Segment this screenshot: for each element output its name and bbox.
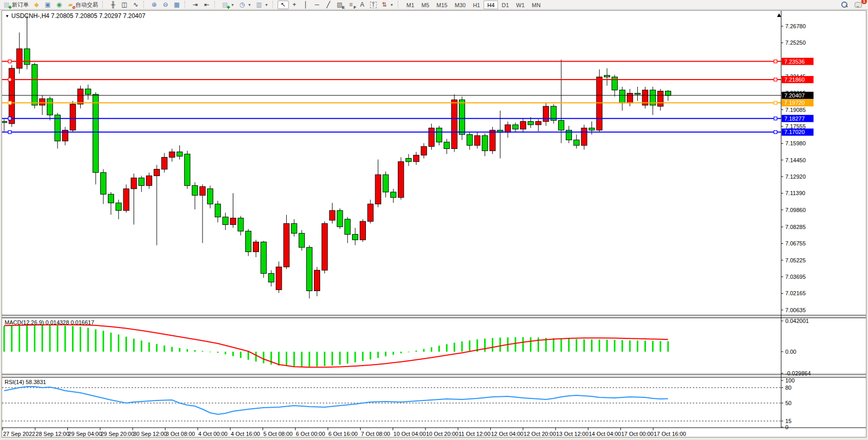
candle — [490, 127, 495, 154]
timeframe-m1-button[interactable]: M1 — [403, 1, 418, 9]
timeframe-d1-button[interactable]: D1 — [498, 1, 512, 9]
horizontal-level-line[interactable] — [2, 130, 781, 133]
line-handle — [774, 78, 777, 81]
indicators-button[interactable]: ▤✚▼ — [219, 1, 236, 9]
chart-autoscroll-icon: ⇤ — [203, 1, 210, 9]
vertical-line-button[interactable]: │ — [300, 1, 311, 9]
zoom-in-button[interactable]: ⊕ — [149, 1, 160, 9]
price-tick-label: 7.03695 — [785, 274, 806, 280]
macd-histogram-bar — [614, 340, 616, 352]
autotrading-button[interactable]: ▰⊘自动交易 — [65, 1, 100, 9]
svg-text:7.20407: 7.20407 — [784, 92, 805, 99]
macd-histogram-bar — [293, 352, 295, 367]
candle — [581, 125, 587, 150]
horizontal-level-line[interactable] — [2, 117, 781, 120]
periods-button[interactable]: ◷▼ — [236, 1, 253, 9]
candle — [223, 213, 228, 230]
candle — [161, 153, 167, 173]
macd-histogram-bar — [217, 352, 218, 353]
macd-histogram-bar — [423, 349, 424, 352]
macd-histogram-bar — [667, 341, 669, 352]
macd-histogram-bar — [118, 334, 119, 352]
templates-button[interactable]: ▥▼ — [253, 1, 270, 9]
candle — [314, 267, 320, 296]
macd-histogram-bar — [331, 352, 333, 366]
timeframe-m5-button[interactable]: M5 — [418, 1, 433, 9]
new-order-button[interactable]: ▤✚新订单 — [1, 1, 31, 9]
horizontal-level-line[interactable] — [2, 60, 781, 63]
price-tick-label: 7.25250 — [785, 40, 806, 46]
macd-label: MACD(12,26,9) 0.014328 0.016617 — [5, 319, 94, 326]
candle — [2, 119, 7, 131]
macd-histogram-bar — [87, 328, 89, 352]
vertical-line-icon: │ — [302, 1, 309, 9]
candle — [375, 160, 381, 207]
timeframe-h4-button[interactable]: H4 — [484, 1, 498, 9]
rsi-tick-label: 50 — [785, 400, 791, 406]
toolbar-separator — [214, 1, 218, 8]
line-chart-button[interactable]: ∿ — [130, 1, 141, 9]
candlestick-button[interactable]: ◫ — [119, 1, 130, 9]
crosshair-button[interactable]: + — [289, 1, 300, 9]
price-tick-label: 7.15980 — [785, 140, 806, 146]
macd-histogram-bar — [438, 346, 440, 352]
horizontal-level-line[interactable] — [2, 78, 781, 81]
text-label-button[interactable]: T — [368, 1, 379, 9]
autotrading-icon: ▰⊘ — [67, 1, 74, 9]
search-button[interactable] — [839, 1, 849, 9]
chart-title[interactable]: ▼USDCNH-,H4 7.20805 7.20805 7.20297 7.20… — [5, 12, 145, 20]
trendline-button[interactable]: ╱ — [323, 1, 334, 9]
chevron-down-icon: ▼ — [248, 3, 251, 7]
crosshair-icon: + — [291, 1, 298, 9]
horizontal-line-button[interactable]: ─ — [311, 1, 323, 9]
macd-histogram-bar — [553, 338, 555, 352]
bar-chart-button[interactable]: ╫ — [107, 1, 119, 9]
svg-text:7.23536: 7.23536 — [784, 59, 805, 65]
label-icon: T — [370, 2, 377, 8]
time-tick-label: 4 Oct 16:00 — [231, 431, 260, 437]
fibonacci-icon: ≡F — [347, 1, 355, 9]
timeframe-m15-button[interactable]: M15 — [433, 1, 451, 9]
highlight-button[interactable]: ◆ — [31, 1, 42, 9]
time-tick-label: 12 Oct 04:00 — [491, 431, 524, 437]
arrows-button[interactable]: ⇅▼ — [379, 1, 396, 9]
candle — [444, 139, 450, 154]
candle — [406, 154, 412, 166]
candle — [207, 185, 213, 208]
candle — [421, 143, 427, 159]
charts-button[interactable]: ▣ — [42, 1, 53, 9]
equidistant-channel-button[interactable]: ▨E — [334, 1, 345, 9]
candle — [322, 221, 327, 273]
chat-bubble-icon — [855, 2, 862, 8]
notifications-button[interactable]: 1 — [853, 1, 864, 9]
chart-shift-button[interactable]: ⇥ — [190, 1, 201, 9]
candle — [230, 193, 236, 228]
timeframe-mn-button[interactable]: MN — [528, 1, 544, 9]
candle — [101, 169, 106, 204]
rsi-tick-label: 100 — [785, 377, 795, 384]
tile-windows-button[interactable]: ▦ — [171, 1, 182, 9]
candle — [47, 97, 53, 121]
text-button[interactable]: A — [357, 1, 368, 9]
candle — [200, 184, 206, 243]
line-handle — [8, 117, 11, 120]
cursor-button[interactable]: ↖ — [278, 1, 289, 9]
time-tick-label: 6 Oct 00:00 — [296, 431, 325, 437]
chart-canvas[interactable]: 0.0420010.00-0.029864MACD(12,26,9) 0.014… — [2, 11, 866, 437]
macd-histogram-bar — [263, 352, 264, 364]
timeframe-h1-button[interactable]: H1 — [469, 1, 484, 9]
time-axis: 27 Sep 202228 Sep 12:0029 Sep 04:0029 Se… — [3, 428, 686, 437]
horizontal-line-icon: ─ — [313, 1, 321, 9]
timeframe-m30-button[interactable]: M30 — [451, 1, 469, 9]
signals-button[interactable]: ◉ — [53, 1, 65, 9]
horizontal-level-line[interactable] — [2, 101, 781, 104]
chart-autoscroll-button[interactable]: ⇤ — [201, 1, 212, 9]
candle — [543, 103, 549, 126]
candle — [177, 145, 182, 159]
zoom-out-button[interactable]: ⊖ — [160, 1, 171, 9]
timeframe-w1-button[interactable]: W1 — [512, 1, 528, 9]
search-icon — [841, 2, 847, 8]
fibonacci-button[interactable]: ≡F — [345, 1, 357, 9]
macd-tick-label: 0.00 — [785, 349, 796, 355]
chart-window[interactable]: 0.0420010.00-0.029864MACD(12,26,9) 0.014… — [2, 10, 866, 437]
